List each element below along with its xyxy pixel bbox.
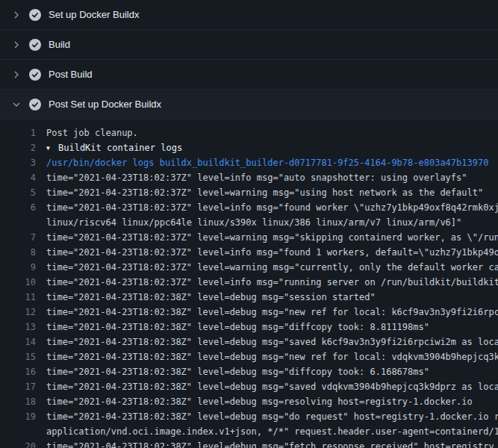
log-line-number[interactable]: 11: [0, 292, 36, 302]
step-label: Post Build: [49, 69, 93, 80]
log-line-text: time="2021-04-23T18:02:37Z" level=warnin…: [46, 262, 498, 273]
log-line-number[interactable]: 18: [0, 396, 36, 407]
step-header-build[interactable]: Build: [0, 30, 498, 60]
step-header-post-build[interactable]: Post Build: [0, 60, 498, 90]
log-line-text: time="2021-04-23T18:02:38Z" level=debug …: [46, 441, 498, 448]
log-line-text: time="2021-04-23T18:02:38Z" level=debug …: [46, 352, 498, 362]
log-line-text: time="2021-04-23T18:02:37Z" level=info m…: [46, 247, 498, 258]
log-line-text: time="2021-04-23T18:02:37Z" level=info m…: [46, 172, 498, 183]
log-line: 16time="2021-04-23T18:02:38Z" level=debu…: [0, 364, 498, 379]
log-line-number[interactable]: 7: [0, 232, 36, 243]
log-line-number[interactable]: 4: [0, 172, 36, 183]
log-line-text: time="2021-04-23T18:02:38Z" level=debug …: [46, 337, 498, 347]
log-line: 14time="2021-04-23T18:02:38Z" level=debu…: [0, 335, 498, 349]
check-circle-icon: [29, 9, 49, 21]
log-line-text: time="2021-04-23T18:02:37Z" level=info m…: [46, 277, 498, 287]
log-line-text: time="2021-04-23T18:02:38Z" level=debug …: [46, 307, 498, 317]
check-circle-icon: [29, 99, 49, 111]
log-line-number[interactable]: 5: [0, 187, 36, 198]
log-line-continuation: linux/riscv64 linux/ppc64le linux/s390x …: [0, 215, 498, 230]
log-line: 19time="2021-04-23T18:02:38Z" level=debu…: [0, 409, 498, 424]
log-line: 10time="2021-04-23T18:02:37Z" level=info…: [0, 275, 498, 290]
log-line-number[interactable]: 15: [0, 352, 36, 362]
log-line-text: time="2021-04-23T18:02:37Z" level=warnin…: [46, 232, 498, 243]
log-line: 18time="2021-04-23T18:02:38Z" level=debu…: [0, 394, 498, 409]
steps-list: Set up Docker BuildxBuildPost BuildPost …: [0, 0, 498, 119]
log-line: 4time="2021-04-23T18:02:37Z" level=info …: [0, 170, 498, 185]
log-line: 6time="2021-04-23T18:02:37Z" level=info …: [0, 200, 498, 215]
log-line: 12time="2021-04-23T18:02:38Z" level=debu…: [0, 305, 498, 320]
log-line-text: time="2021-04-23T18:02:38Z" level=debug …: [46, 382, 498, 392]
chevron-down-icon[interactable]: [11, 99, 29, 110]
log-line-number[interactable]: 6: [0, 202, 36, 213]
log-line: 13time="2021-04-23T18:02:38Z" level=debu…: [0, 320, 498, 335]
log-line-number[interactable]: 9: [0, 262, 36, 273]
log-line-number[interactable]: 8: [0, 247, 36, 258]
log-line-text: time="2021-04-23T18:02:37Z" level=warnin…: [46, 187, 498, 198]
log-line: 8time="2021-04-23T18:02:37Z" level=info …: [0, 245, 498, 260]
log-line-number[interactable]: 16: [0, 367, 36, 377]
log-line: 11time="2021-04-23T18:02:38Z" level=debu…: [0, 290, 498, 305]
log-line: 2▼BuildKit container logs: [0, 140, 498, 155]
chevron-right-icon[interactable]: [11, 10, 29, 20]
log-line-number[interactable]: 1: [0, 128, 36, 138]
log-line-continuation: application/vnd.oci.image.index.v1+json,…: [0, 424, 498, 439]
log-line: 17time="2021-04-23T18:02:38Z" level=debu…: [0, 379, 498, 394]
log-line-text: time="2021-04-23T18:02:38Z" level=debug …: [46, 411, 498, 422]
log-line: 20time="2021-04-23T18:02:38Z" level=debu…: [0, 439, 498, 448]
log-line-text: linux/riscv64 linux/ppc64le linux/s390x …: [46, 217, 498, 228]
log-line-number[interactable]: 19: [0, 411, 36, 422]
log-line-number[interactable]: 2: [0, 143, 36, 153]
log-line-number[interactable]: 17: [0, 382, 36, 392]
log-line-number[interactable]: 3: [0, 158, 36, 168]
log-line-text: time="2021-04-23T18:02:38Z" level=debug …: [46, 396, 498, 407]
log-line: 15time="2021-04-23T18:02:38Z" level=debu…: [0, 349, 498, 364]
log-line-number[interactable]: 14: [0, 337, 36, 347]
step-header-post-set-up-docker-buildx[interactable]: Post Set up Docker Buildx: [0, 90, 498, 119]
log-line-text: time="2021-04-23T18:02:37Z" level=info m…: [46, 202, 498, 213]
log-line-text: BuildKit container logs: [58, 143, 498, 153]
log-line: 5time="2021-04-23T18:02:37Z" level=warni…: [0, 185, 498, 200]
log-line-number[interactable]: 12: [0, 307, 36, 317]
chevron-right-icon[interactable]: [11, 40, 29, 50]
log-line-text: time="2021-04-23T18:02:38Z" level=debug …: [46, 322, 498, 332]
check-circle-icon: [29, 39, 49, 51]
chevron-right-icon[interactable]: [11, 69, 29, 80]
log-line-number[interactable]: 10: [0, 277, 36, 287]
step-header-set-up-docker-buildx[interactable]: Set up Docker Buildx: [0, 0, 498, 30]
group-toggle-icon[interactable]: ▼: [46, 145, 58, 152]
step-label: Build: [49, 39, 70, 50]
log-line: 9time="2021-04-23T18:02:37Z" level=warni…: [0, 260, 498, 275]
log-lines: 1Post job cleanup.2▼BuildKit container l…: [0, 119, 498, 448]
log-line-text: time="2021-04-23T18:02:38Z" level=debug …: [46, 367, 498, 377]
log-line-text: application/vnd.oci.image.index.v1+json,…: [46, 426, 498, 437]
step-label: Set up Docker Buildx: [49, 9, 139, 20]
log-line-text: Post job cleanup.: [46, 128, 498, 138]
log-line: 1Post job cleanup.: [0, 125, 498, 140]
log-line: 3/usr/bin/docker logs buildx_buildkit_bu…: [0, 155, 498, 170]
check-circle-icon: [29, 69, 49, 81]
log-line-text: /usr/bin/docker logs buildx_buildkit_bui…: [46, 158, 498, 168]
log-line-number[interactable]: 20: [0, 441, 36, 448]
log-line-text: time="2021-04-23T18:02:38Z" level=debug …: [46, 292, 498, 302]
log-line: 7time="2021-04-23T18:02:37Z" level=warni…: [0, 230, 498, 245]
log-line-number[interactable]: 13: [0, 322, 36, 332]
step-label: Post Set up Docker Buildx: [49, 99, 161, 110]
